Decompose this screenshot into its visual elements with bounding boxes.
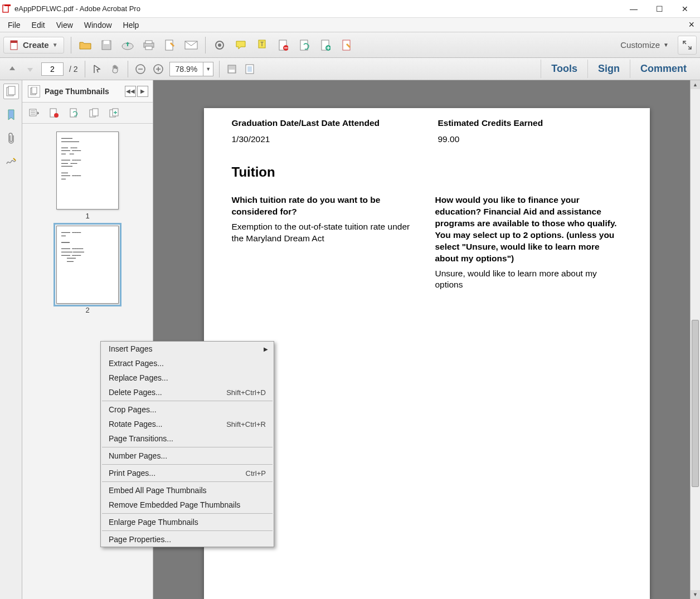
zoom-select[interactable]: 78.9% ▼ (169, 62, 214, 76)
collapse-left-button[interactable]: ◀◀ (125, 86, 136, 97)
context-menu-item[interactable]: Delete Pages...Shift+Ctrl+D (101, 385, 274, 400)
thumb-options-button[interactable] (28, 107, 40, 119)
window-title: eAppPDFLWC.pdf - Adobe Acrobat Pro (14, 4, 621, 13)
rotate-page-button[interactable] (295, 36, 314, 55)
thumb-extract-button[interactable] (88, 107, 100, 119)
thumbnails-toolbar (22, 103, 153, 124)
context-menu-item[interactable]: Crop Pages... (101, 402, 274, 417)
context-menu-item[interactable]: Remove Embedded Page Thumbnails (101, 498, 274, 512)
thumbnail-page-1[interactable]: ▬▬▬▬▬▬▬▬▬▬▬▬▬▬▬▬ ▬▬▬▬▬▬▬ ▬▬▬▬▬▬ ▬▬▬▬▬▬ ▬… (56, 132, 119, 210)
menu-file[interactable]: File (2, 19, 26, 31)
close-document-button[interactable]: × (685, 19, 698, 31)
thumb-delete-button[interactable] (48, 107, 60, 119)
save-button[interactable] (97, 36, 116, 55)
customize-button[interactable]: Customize ▼ (616, 39, 673, 51)
context-menu-item[interactable]: Print Pages...Ctrl+P (101, 466, 274, 480)
zoom-in-button[interactable] (150, 61, 166, 77)
email-button[interactable] (182, 36, 201, 55)
comment-button[interactable] (231, 36, 250, 55)
open-button[interactable] (76, 36, 95, 55)
context-menu-item[interactable]: Page Transitions... (101, 431, 274, 446)
menu-separator (102, 481, 273, 482)
minimize-button[interactable]: — (621, 0, 646, 18)
credits-value: 99.00 (438, 134, 622, 144)
context-menu-item[interactable]: Page Properties... (101, 532, 274, 547)
context-menu-item[interactable]: Enlarge Page Thumbnails (101, 515, 274, 529)
page-add-icon (320, 39, 330, 51)
context-menu-item[interactable]: Embed All Page Thumbnails (101, 483, 274, 498)
thumbnail-item[interactable]: ▬▬▬▬▬▬▬▬▬▬▬▬▬▬▬▬ ▬▬▬▬▬▬▬ ▬▬▬▬▬▬ ▬▬▬▬▬▬ ▬… (56, 132, 119, 220)
page-total-label: / 2 (69, 65, 78, 74)
menu-help[interactable]: Help (118, 19, 145, 31)
context-menu-item[interactable]: Extract Pages... (101, 356, 274, 371)
maximize-button[interactable]: ☐ (646, 0, 672, 18)
close-button[interactable]: ✕ (672, 0, 698, 18)
thumbnail-page-2[interactable]: ▬▬▬▬ ▬▬▬▬▬▬▬▬▬▬▬▬▬ ▬▬▬▬▬▬▬▬▬▬ ▬▬▬▬▬▬▬▬▬ … (56, 226, 119, 304)
thumbnail-number: 1 (85, 212, 89, 220)
attachments-tab[interactable] (3, 130, 19, 146)
workspace: Page Thumbnails ◀◀ ▶ ▬▬▬▬▬▬▬▬▬▬▬▬▬▬▬▬ ▬▬… (0, 80, 700, 599)
menu-item-label: Print Pages... (109, 469, 246, 478)
bookmarks-tab[interactable] (3, 107, 19, 123)
grad-date-label: Graduation Date/Last Date Attended (232, 118, 416, 128)
customize-label: Customize (620, 40, 660, 50)
tab-tools[interactable]: Tools (541, 60, 587, 78)
menu-view[interactable]: View (51, 19, 79, 31)
edit-text-button[interactable] (337, 36, 356, 55)
create-label: Create (23, 40, 49, 50)
separator (128, 61, 128, 77)
svg-rect-29 (8, 86, 15, 95)
svg-rect-25 (229, 70, 235, 72)
thumb-insert-button[interactable] (108, 107, 120, 119)
panel-title: Page Thumbnails (45, 87, 124, 96)
page-thumbnails-tab[interactable] (3, 84, 19, 99)
page-number-input[interactable] (41, 62, 64, 76)
select-tool-button[interactable] (90, 61, 105, 77)
vertical-scrollbar[interactable]: ▲ ▼ (690, 80, 700, 599)
menu-separator (102, 401, 273, 401)
highlight-button[interactable]: T (252, 36, 271, 55)
fullscreen-button[interactable] (678, 36, 697, 55)
print-button[interactable] (139, 36, 158, 55)
collapse-right-button[interactable]: ▶ (137, 86, 148, 97)
cloud-button[interactable] (118, 36, 137, 55)
edit-pdf-button[interactable] (161, 36, 179, 55)
signatures-tab[interactable] (3, 154, 19, 169)
context-menu-item[interactable]: Insert Pages▶ (101, 342, 274, 356)
hand-tool-button[interactable] (108, 61, 123, 77)
thumb-rotate-button[interactable] (68, 107, 80, 119)
delete-page-button[interactable] (274, 36, 293, 55)
panel-options-button[interactable] (28, 85, 40, 98)
menu-edit[interactable]: Edit (26, 19, 51, 31)
menu-item-label: Extract Pages... (109, 359, 266, 368)
thumbnail-item[interactable]: ▬▬▬▬ ▬▬▬▬▬▬▬▬▬▬▬▬▬ ▬▬▬▬▬▬▬▬▬▬ ▬▬▬▬▬▬▬▬▬ … (56, 226, 119, 314)
svg-point-34 (54, 113, 59, 118)
settings-button[interactable] (210, 36, 229, 55)
zoom-out-button[interactable] (133, 61, 148, 77)
svg-rect-1 (4, 4, 11, 6)
context-menu-item[interactable]: Replace Pages... (101, 371, 274, 385)
envelope-icon (184, 41, 198, 50)
menu-item-shortcut: Ctrl+P (246, 469, 266, 478)
bookmark-icon (7, 109, 16, 120)
scrollbar-thumb[interactable] (692, 320, 699, 487)
menu-window[interactable]: Window (79, 19, 118, 31)
menu-item-label: Embed All Page Thumbnails (109, 486, 266, 495)
scroll-up-button[interactable]: ▲ (691, 80, 700, 89)
menu-item-shortcut: Shift+Ctrl+R (226, 420, 266, 428)
menu-item-label: Page Properties... (109, 535, 266, 544)
prev-page-button[interactable] (4, 61, 20, 77)
fit-page-button[interactable] (242, 61, 257, 77)
tab-sign[interactable]: Sign (587, 60, 630, 78)
scroll-down-button[interactable]: ▼ (691, 590, 700, 599)
dropdown-arrow-icon[interactable]: ▼ (203, 62, 213, 76)
insert-page-button[interactable] (316, 36, 335, 55)
next-page-button[interactable] (22, 61, 38, 77)
tab-comment[interactable]: Comment (630, 60, 697, 78)
create-button[interactable]: Create ▼ (3, 37, 64, 53)
svg-rect-9 (145, 46, 152, 50)
menu-item-label: Remove Embedded Page Thumbnails (109, 500, 266, 509)
context-menu-item[interactable]: Number Pages... (101, 449, 274, 463)
save-view-button[interactable] (224, 61, 240, 77)
context-menu-item[interactable]: Rotate Pages...Shift+Ctrl+R (101, 417, 274, 431)
